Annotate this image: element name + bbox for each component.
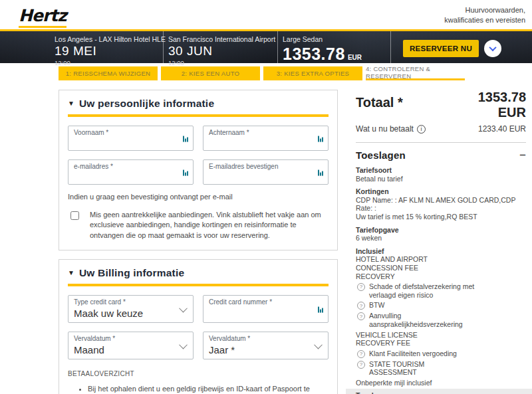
price-summary-panel: Totaal * 1353.78 EUR Wat u nu betaalt i … [356,90,526,394]
included-item: ? BTW [356,301,526,310]
question-icon[interactable]: ? [357,283,365,291]
expiry-year-value: Jaar * [209,344,235,355]
terms-line-2: kwalificaties en vereisten [444,15,525,25]
last-name-field[interactable]: Achternaam * [203,126,329,151]
chevron-down-icon [489,44,496,51]
vehicle-class: Large Sedan [283,35,362,43]
chevron-down-icon [314,341,323,349]
autofill-icon[interactable] [183,170,188,176]
vehicle-price: 1353.78 [283,45,345,64]
pay-now-label: Wat u nu betaalt i [356,124,426,134]
checkout-steps: 1: REISSCHEMA WIJZIGEN 2: KIES EEN AUTO … [59,66,465,80]
autofill-icon[interactable] [183,136,188,142]
info-icon[interactable]: i [417,125,426,134]
chevron-down-icon [179,304,188,313]
rate-type-value: Betaal nu tarief [356,175,526,183]
site-header: Hertz Huurvoorwaarden, kwalificaties en … [0,0,532,29]
personal-info-title: Uw persoonlijke informatie [79,98,214,110]
billing-info-card: ▼ Uw Billing informatie Type credit card… [59,259,338,394]
expiry-month-select[interactable]: Vervaldatum * Maand [68,332,194,359]
page: Hertz Huurvoorwaarden, kwalificaties en … [0,0,532,394]
chevron-down-icon [179,341,188,349]
unlimited-miles: Onbeperkte mijl inclusief [356,379,526,387]
question-icon[interactable]: ? [357,312,365,320]
divider [356,142,526,143]
payment-overview-list: Bij het ophalen dient u een geldig rijbe… [88,384,329,394]
dropoff-location: San Francisco International Airport [168,35,275,43]
surcharges-label: Toeslagen [356,391,526,394]
step-tab-2[interactable]: 2: KIES EEN AUTO [161,66,260,80]
hertz-logo[interactable]: Hertz [19,6,66,28]
billing-info-title: Uw Billing informatie [79,267,184,279]
expiry-year-select[interactable]: Vervaldatum * Jaar * [203,332,329,359]
terms-link[interactable]: Huurvoorwaarden, kwalificaties en vereis… [444,5,525,25]
card-number-label: Credit card nummer * [209,298,272,306]
included-item: ? Klant Faciliteiten vergoeding [356,349,526,358]
billing-info-header[interactable]: ▼ Uw Billing informatie [68,267,329,279]
discounts-label: Kortingen [356,187,526,196]
reserve-button[interactable]: RESERVEER NU [403,40,479,57]
pay-now-value: 1233.40 EUR [478,124,526,134]
dropoff-time: 12:00 [168,59,275,66]
email-field[interactable]: e-mailadres * [68,159,194,185]
vehicle-summary[interactable]: Large Sedan 1353.78 EUR [283,35,362,64]
card-type-value: Maak uw keuze [74,308,143,319]
card-type-select[interactable]: Type credit card * Maak uw keuze [68,295,194,323]
first-name-field[interactable]: Voornaam * [68,126,194,151]
personal-info-card: ▼ Uw persoonlijke informatie Voornaam * … [59,90,338,250]
autofill-icon[interactable] [318,307,323,313]
included-fee: VEHICLE LICENSE RECOVERY FEE [356,331,442,347]
question-icon[interactable]: ? [357,350,365,358]
main-content: ▼ Uw persoonlijke informatie Voornaam * … [0,90,532,394]
email-label: e-mailadres * [74,163,113,170]
collapse-triangle-icon: ▼ [68,270,74,276]
expand-trip-details-button[interactable] [484,40,501,57]
form-column: ▼ Uw persoonlijke informatie Voornaam * … [59,90,338,394]
last-name-label: Achternaam * [209,129,249,136]
email-input[interactable] [74,171,176,183]
pickup-date: 19 MEI [55,44,166,58]
pickup-time: 12:00 [55,59,166,66]
total-label: Totaal * [356,95,403,110]
rate-quote-value: 6 weken [356,234,526,243]
payment-overview-title: BETAALOVERZICHT [68,370,329,377]
dropoff-date: 30 JUN [168,44,275,58]
pickup-summary[interactable]: Los Angeles - LAX Hilton Hotel HLE 19 ME… [55,35,166,66]
step-tab-3[interactable]: 3: KIES EXTRA OPTIES [263,66,362,80]
included-label: Inclusief [356,247,526,256]
card-number-field[interactable]: Credit card nummer * [203,295,329,323]
included-fee: HOTEL AND AIRPORT CONCESSION FEE RECOVER… [356,255,456,280]
step-tab-1[interactable]: 1: REISSCHEMA WIJZIGEN [59,66,158,80]
collapse-triangle-icon: ▼ [68,100,74,107]
offers-checkbox-label: Mis geen aantrekkelijke aanbiedingen. Vi… [90,210,329,241]
collapse-minus-icon: − [519,149,526,161]
first-name-input[interactable] [74,137,176,149]
section-underline [68,114,329,117]
expiry-year-label: Vervaldatum * [209,335,250,342]
included-item: ? Aanvulling aansprakelijkheidsverzekeri… [356,312,526,328]
email-confirm-field[interactable]: E-mailadres bevestigen [203,159,329,185]
included-item: ? Schade of diefstalverzekering met verl… [356,282,526,299]
card-type-label: Type credit card * [74,298,126,306]
email-confirm-label: E-mailadres bevestigen [209,163,279,170]
trip-summary-bar: Los Angeles - LAX Hilton Hotel HLE 19 ME… [0,31,532,63]
question-icon[interactable]: ? [357,361,365,369]
autofill-icon[interactable] [318,136,323,142]
divider [390,31,391,63]
email-confirm-input[interactable] [209,171,311,183]
personal-info-header[interactable]: ▼ Uw persoonlijke informatie [68,98,329,110]
question-icon[interactable]: ? [357,302,365,310]
rate-type-label: Tariefsoort [356,166,526,175]
included-item: ? STATE TOURISM ASSESSMENT [356,360,526,377]
discounts-line: Uw tarief is met 15 % korting,RQ BEST [356,213,526,221]
dropoff-summary[interactable]: San Francisco International Airport 30 J… [168,35,275,66]
autofill-icon[interactable] [318,170,323,176]
vehicle-currency: EUR [348,54,362,61]
offers-checkbox[interactable] [70,211,79,220]
section-underline [68,284,329,286]
expiry-month-value: Maand [74,344,104,355]
step-tab-4: 4: CONTROLEREN & RESERVEREN [366,66,465,80]
last-name-input[interactable] [209,137,311,149]
surcharges-header[interactable]: Toeslagen − [356,149,526,161]
payment-overview-item: Bij het ophalen dient u een geldig rijbe… [88,384,329,394]
